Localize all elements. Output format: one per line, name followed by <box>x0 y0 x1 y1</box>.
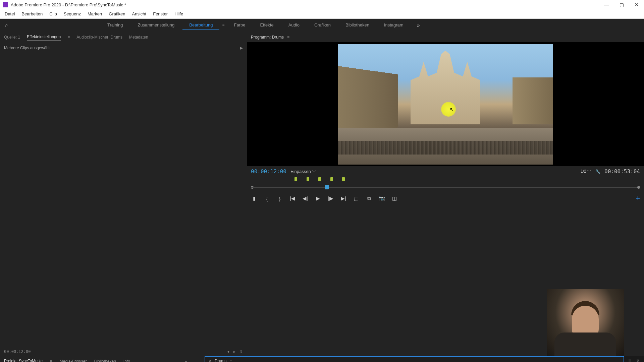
effect-controls-body: Mehrere Clips ausgewählt ▶ 00:00:12:00 ▾… <box>0 42 247 356</box>
program-marker[interactable] <box>318 177 321 181</box>
ws-farbe[interactable]: Farbe <box>227 20 252 30</box>
program-marker[interactable] <box>330 177 333 181</box>
menu-sequenz[interactable]: Sequenz <box>60 10 84 18</box>
tab-info[interactable]: Info <box>123 359 130 362</box>
ws-training[interactable]: Training <box>101 20 129 30</box>
project-menu-icon[interactable]: ≡ <box>50 359 52 362</box>
menu-ansicht[interactable]: Ansicht <box>128 10 150 18</box>
lift-button[interactable]: ⬚ <box>353 195 360 201</box>
ws-grafiken[interactable]: Grafiken <box>308 20 337 30</box>
home-button[interactable]: ⌂ <box>0 22 13 28</box>
titlebar: Adobe Premiere Pro 2020 - D:\Premiere Pr… <box>0 0 644 9</box>
ws-menu-icon[interactable]: ≡ <box>221 20 226 30</box>
tab-project[interactable]: Projekt: SyncToMusic <box>4 359 43 362</box>
program-menu-icon[interactable]: ≡ <box>287 35 289 40</box>
goto-out-button[interactable]: ▶| <box>340 195 347 201</box>
extract-button[interactable]: ⧉ <box>366 195 372 201</box>
source-panel-tabs: Quelle: 1 Effekteinstellungen ≡ Audiocli… <box>0 32 247 42</box>
play-button[interactable]: ▶ <box>315 195 321 201</box>
fit-dropdown[interactable]: Einpassen ﹀ <box>290 169 316 175</box>
minimize-button[interactable]: — <box>601 1 611 8</box>
tab-overflow-icon[interactable]: » <box>184 359 187 362</box>
timeline-close-icon[interactable]: × <box>209 359 211 362</box>
selection-tool[interactable]: ➤ <box>196 360 200 362</box>
ws-audio[interactable]: Audio <box>282 20 306 30</box>
cursor-icon: ↖ <box>450 107 454 112</box>
project-panel: Projekt: SyncToMusic ≡ Media-Browser Bib… <box>0 356 191 362</box>
timeline-tools: ➤ ⇥ ⇆ ✂ ↔ ✒ ✋ T <box>191 356 205 362</box>
tab-quelle[interactable]: Quelle: 1 <box>4 34 20 41</box>
program-scrubber[interactable] <box>251 184 640 191</box>
close-button[interactable]: ✕ <box>632 1 641 8</box>
playonly-icon[interactable]: ▸ <box>233 349 235 354</box>
tab-media-browser[interactable]: Media-Browser <box>60 359 87 362</box>
tab-bibliotheken[interactable]: Bibliotheken <box>94 359 116 362</box>
tab-audioclip-mischer[interactable]: Audioclip-Mischer: Drums <box>76 34 122 41</box>
effect-timecode[interactable]: 00:00:12:00 <box>4 349 31 354</box>
video-frame: ↖ <box>338 44 553 165</box>
step-fwd-button[interactable]: |▶ <box>327 195 334 201</box>
menu-bearbeiten[interactable]: Bearbeiten <box>18 10 46 18</box>
ws-bibliotheken[interactable]: Bibliotheken <box>339 20 376 30</box>
scrub-end[interactable] <box>637 186 640 189</box>
mark-in-button[interactable]: { <box>264 196 270 201</box>
ws-instagram[interactable]: Instagram <box>377 20 410 30</box>
tab-effekteinstellungen[interactable]: Effekteinstellungen <box>27 33 61 41</box>
tab-metadaten[interactable]: Metadaten <box>129 34 148 41</box>
webcam-overlay <box>547 289 624 356</box>
menu-clip[interactable]: Clip <box>46 10 60 18</box>
export-frame-button[interactable]: 📷 <box>378 195 385 201</box>
export-icon[interactable]: ⇪ <box>239 349 243 354</box>
ws-overflow-icon[interactable]: » <box>417 22 420 28</box>
program-monitor[interactable]: ↖ <box>247 42 644 166</box>
effect-expand-icon[interactable]: ▶ <box>240 46 243 50</box>
audio-meters: 0-6-12-18-24-30-36-42-48dB S S <box>624 356 644 362</box>
menu-marken[interactable]: Marken <box>84 10 105 18</box>
timeline-panel: × Drums ≡ 00:00:12:00 00:05:0000:00:10:0… <box>205 356 624 362</box>
menu-hilfe[interactable]: Hilfe <box>171 10 186 18</box>
ws-zusammenstellung[interactable]: Zusammenstellung <box>131 20 181 30</box>
program-marker-strip[interactable] <box>247 177 644 183</box>
goto-in-button[interactable]: |◀ <box>289 195 296 201</box>
program-marker[interactable] <box>294 177 297 181</box>
app-icon <box>3 2 8 7</box>
menu-grafiken[interactable]: Grafiken <box>105 10 128 18</box>
menu-datei[interactable]: Datei <box>1 10 18 18</box>
program-header: Programm: Drums ≡ <box>247 32 644 42</box>
zoom-dropdown[interactable]: 1/2 ﹀ <box>581 169 591 174</box>
add-marker-button[interactable]: ▮ <box>251 195 258 201</box>
filter-icon[interactable]: ▾ <box>227 349 229 354</box>
menubar: Datei Bearbeiten Clip Sequenz Marken Gra… <box>0 9 644 19</box>
sequence-name[interactable]: Drums <box>215 359 226 362</box>
program-duration: 00:00:53:04 <box>604 168 640 175</box>
tab-menu-icon[interactable]: ≡ <box>67 34 70 41</box>
wrench-icon[interactable]: 🔧 <box>595 169 600 174</box>
ws-effekte[interactable]: Effekte <box>253 20 280 30</box>
compare-button[interactable]: ◫ <box>391 195 398 201</box>
add-button-button[interactable]: + <box>636 194 640 203</box>
program-timecode[interactable]: 00:00:12:00 <box>251 168 286 175</box>
scrub-handle[interactable] <box>325 185 329 189</box>
maximize-button[interactable]: ▢ <box>617 1 627 8</box>
window-title: Adobe Premiere Pro 2020 - D:\Premiere Pr… <box>11 2 601 7</box>
timeline-menu-icon[interactable]: ≡ <box>230 359 232 362</box>
mark-out-button[interactable]: } <box>276 196 283 201</box>
workspace-bar: ⌂ Training Zusammenstellung Bearbeitung … <box>0 19 644 32</box>
effect-info-text: Mehrere Clips ausgewählt <box>4 46 51 50</box>
step-back-button[interactable]: ◀| <box>302 195 309 201</box>
program-marker[interactable] <box>342 177 345 181</box>
ws-bearbeitung[interactable]: Bearbeitung <box>182 20 219 30</box>
program-marker[interactable] <box>307 177 309 181</box>
program-title: Programm: Drums <box>251 35 284 40</box>
menu-fenster[interactable]: Fenster <box>150 10 171 18</box>
